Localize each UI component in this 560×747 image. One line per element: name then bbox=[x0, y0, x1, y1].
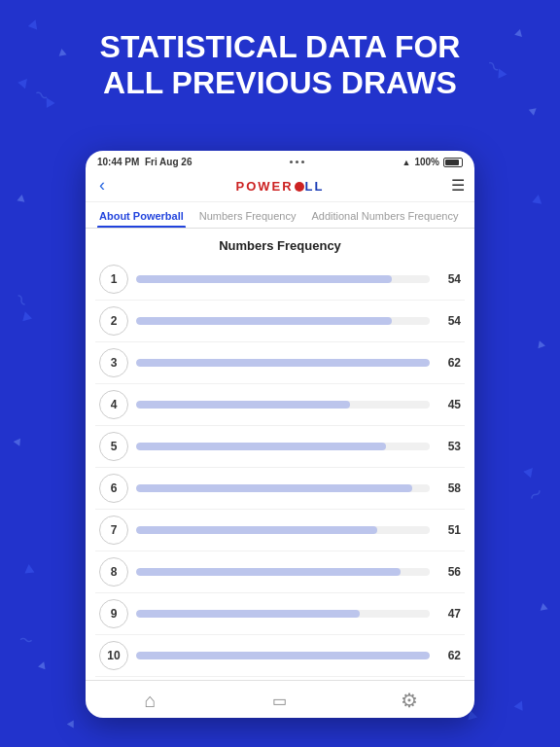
table-row: 3 62 bbox=[95, 342, 465, 384]
frequency-count: 56 bbox=[438, 565, 461, 579]
table-row: 7 51 bbox=[95, 510, 465, 551]
frequency-list: 1 54 2 54 3 62 4 45 5 bbox=[86, 259, 474, 677]
tab-about-powerball[interactable]: About Powerball bbox=[91, 202, 192, 228]
frequency-count: 54 bbox=[438, 272, 461, 286]
frequency-bar bbox=[136, 359, 430, 367]
table-row: 5 53 bbox=[95, 426, 465, 468]
section-title: Numbers Frequency bbox=[86, 238, 474, 253]
frequency-bar bbox=[136, 443, 430, 450]
app-logo: POWERLL bbox=[109, 178, 451, 194]
number-badge: 7 bbox=[99, 516, 128, 545]
app-navbar: ‹ POWERLL ☰ bbox=[86, 169, 474, 202]
content-area: Numbers Frequency 1 54 2 54 3 62 4 bbox=[86, 229, 474, 680]
back-button[interactable]: ‹ bbox=[95, 173, 109, 197]
hamburger-button[interactable]: ☰ bbox=[451, 176, 465, 195]
bottom-nav-home[interactable]: ⌂ bbox=[86, 687, 215, 714]
frequency-bar bbox=[136, 275, 430, 283]
table-row: 9 47 bbox=[95, 593, 465, 635]
frequency-count: 45 bbox=[438, 398, 461, 411]
frequency-bar bbox=[136, 317, 430, 325]
number-badge: 6 bbox=[99, 474, 128, 503]
table-row: 10 62 bbox=[95, 635, 465, 677]
number-badge: 8 bbox=[99, 557, 128, 587]
frequency-bar bbox=[136, 401, 430, 409]
number-badge: 3 bbox=[99, 348, 128, 377]
phone-frame: 10:44 PM Fri Aug 26 ▲ 100% ‹ POWERLL ☰ A… bbox=[86, 151, 474, 718]
number-badge: 4 bbox=[99, 390, 128, 419]
table-row: 4 45 bbox=[95, 384, 465, 426]
battery-icon bbox=[443, 158, 463, 167]
number-badge: 9 bbox=[99, 599, 128, 628]
number-badge: 10 bbox=[99, 641, 128, 670]
frequency-count: 54 bbox=[438, 314, 461, 328]
frequency-count: 53 bbox=[438, 440, 461, 453]
status-signal: ▲ 100% bbox=[402, 157, 463, 167]
table-row: 2 54 bbox=[95, 301, 465, 342]
hero-line2: ALL PREVIOUS DRAWS bbox=[29, 65, 531, 101]
bottom-nav-tv[interactable]: ▭ bbox=[215, 687, 344, 714]
bottom-nav-settings[interactable]: ⚙ bbox=[345, 687, 474, 714]
hero-line1: STATISTICAL DATA FOR bbox=[29, 29, 531, 65]
table-row: 8 56 bbox=[95, 551, 465, 593]
frequency-count: 58 bbox=[438, 481, 461, 495]
frequency-count: 47 bbox=[438, 607, 461, 621]
bottom-nav: ⌂ ▭ ⚙ bbox=[86, 680, 474, 718]
frequency-bar bbox=[136, 568, 430, 576]
number-badge: 5 bbox=[99, 432, 128, 461]
status-time: 10:44 PM Fri Aug 26 bbox=[97, 157, 192, 167]
frequency-bar bbox=[136, 610, 430, 618]
table-row: 1 54 bbox=[95, 259, 465, 301]
frequency-bar bbox=[136, 484, 430, 492]
tab-bar: About Powerball Numbers Frequency Additi… bbox=[86, 202, 474, 229]
table-row: 6 58 bbox=[95, 468, 465, 510]
hero-text: STATISTICAL DATA FOR ALL PREVIOUS DRAWS bbox=[0, 29, 560, 101]
frequency-count: 62 bbox=[438, 649, 461, 662]
number-badge: 2 bbox=[99, 306, 128, 336]
number-badge: 1 bbox=[99, 265, 128, 294]
frequency-bar bbox=[136, 526, 430, 534]
status-bar: 10:44 PM Fri Aug 26 ▲ 100% bbox=[86, 151, 474, 169]
frequency-count: 62 bbox=[438, 356, 461, 370]
frequency-bar bbox=[136, 652, 430, 659]
status-dots bbox=[290, 160, 304, 163]
tab-additional-numbers-frequency[interactable]: Additional Numbers Frequency bbox=[303, 202, 466, 228]
frequency-count: 51 bbox=[438, 523, 461, 537]
tab-numbers-frequency[interactable]: Numbers Frequency bbox=[192, 202, 304, 228]
